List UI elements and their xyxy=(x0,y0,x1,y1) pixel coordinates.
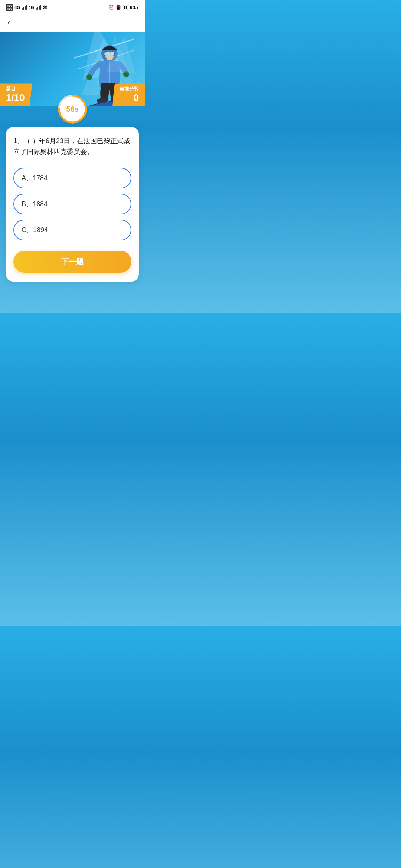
option-c[interactable]: C、1894 xyxy=(13,220,131,240)
timer-circle: 56s xyxy=(59,96,86,122)
timer-container: 56s xyxy=(0,96,145,122)
option-b[interactable]: B、1884 xyxy=(13,194,131,214)
next-question-button[interactable]: 下一题 xyxy=(13,251,131,273)
svg-point-8 xyxy=(106,55,113,59)
status-bar: HD₁HD₂ 4G 4G ⌘ ⏰ 📳 99 8:07 xyxy=(0,0,145,13)
alarm-icon: ⏰ xyxy=(108,5,114,10)
time-display: 8:07 xyxy=(130,5,139,10)
score-label: 当前分数 xyxy=(120,86,139,92)
nav-bar: ‹ ··· xyxy=(0,13,145,32)
question-text: 1、（ ）年6月23日，在法国巴黎正式成立了国际奥林匹克委员会。 xyxy=(13,136,131,157)
signal-bars-1 xyxy=(22,5,27,10)
question-label: 题目 xyxy=(6,86,25,92)
wifi-icon: ⌘ xyxy=(43,5,48,10)
more-button[interactable]: ··· xyxy=(130,19,137,27)
hd-badge: HD₁HD₂ xyxy=(6,4,13,11)
quiz-card: 1、（ ）年6月23日，在法国巴黎正式成立了国际奥林匹克委员会。 A、1784 … xyxy=(6,127,139,282)
status-left: HD₁HD₂ 4G 4G ⌘ xyxy=(6,4,48,11)
options-list: A、1784 B、1884 C、1894 xyxy=(13,168,131,240)
vibrate-icon: 📳 xyxy=(115,5,121,10)
signal-bars-2 xyxy=(36,5,41,10)
battery-indicator: 99 xyxy=(123,5,128,10)
svg-point-11 xyxy=(86,74,92,80)
status-right: ⏰ 📳 99 8:07 xyxy=(108,5,139,10)
back-button[interactable]: ‹ xyxy=(7,18,10,27)
option-a[interactable]: A、1784 xyxy=(13,168,131,188)
timer-text: 56s xyxy=(66,105,78,114)
svg-point-7 xyxy=(111,52,114,56)
signal-4g-2: 4G xyxy=(29,5,34,10)
svg-point-12 xyxy=(123,71,129,77)
signal-4g-1: 4G xyxy=(14,5,20,10)
